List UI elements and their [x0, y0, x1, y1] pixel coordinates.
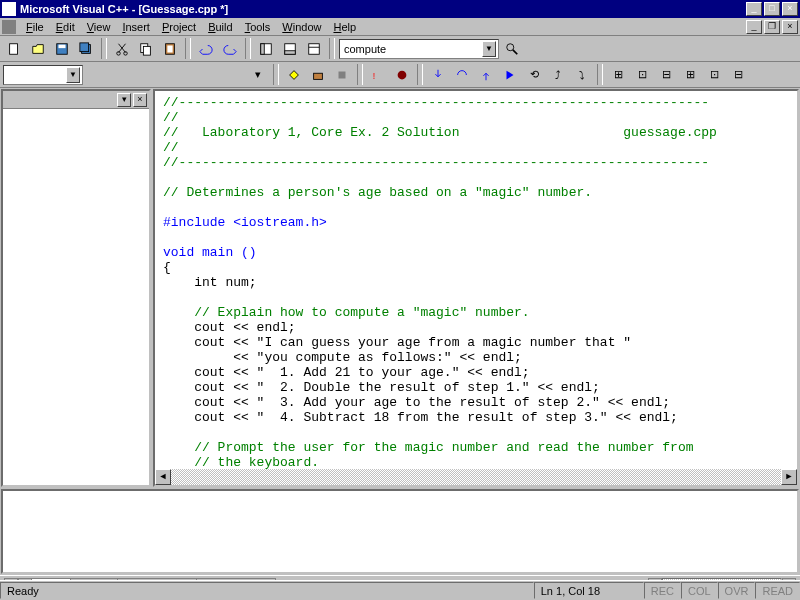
svg-text:!: !	[373, 70, 375, 80]
scroll-left-button[interactable]: ◄	[155, 469, 171, 485]
window-title: Microsoft Visual C++ - [Guessage.cpp *]	[20, 3, 746, 15]
separator	[329, 38, 335, 59]
separator	[597, 64, 603, 85]
svg-rect-0	[10, 43, 18, 54]
status-bar: Ready Ln 1, Col 18 REC COL OVR READ	[0, 580, 800, 600]
workspace: ▾ × //----------------------------------…	[0, 88, 800, 488]
menu-file[interactable]: File	[20, 20, 50, 34]
svg-rect-8	[143, 46, 150, 55]
open-button[interactable]	[27, 38, 49, 59]
status-col: COL	[681, 582, 718, 599]
menu-window[interactable]: Window	[276, 20, 327, 34]
separator	[273, 64, 279, 85]
vars-button[interactable]: ⊡	[631, 64, 653, 85]
svg-rect-19	[314, 73, 323, 79]
minimize-button[interactable]: _	[746, 2, 762, 16]
svg-rect-4	[80, 42, 89, 51]
doc-icon	[2, 20, 16, 34]
scroll-right-button[interactable]: ►	[781, 469, 797, 485]
code-area[interactable]: //--------------------------------------…	[155, 91, 797, 487]
step-into-button[interactable]	[427, 64, 449, 85]
menu-view[interactable]: View	[81, 20, 117, 34]
compile-button[interactable]	[283, 64, 305, 85]
status-ovr: OVR	[718, 582, 756, 599]
output-panel[interactable]	[1, 489, 799, 574]
mdi-restore-button[interactable]: ❐	[764, 20, 780, 34]
workspace-button[interactable]	[255, 38, 277, 59]
separator	[357, 64, 363, 85]
debug2-button[interactable]: ⤴	[547, 64, 569, 85]
menu-help[interactable]: Help	[327, 20, 362, 34]
panel-close-button[interactable]: ×	[133, 93, 147, 107]
build-toolbar: ▼ ▾ ! ⟲ ⤴ ⤵ ⊞ ⊡ ⊟ ⊞ ⊡ ⊟	[0, 62, 800, 88]
svg-rect-14	[285, 50, 296, 54]
menu-insert[interactable]: Insert	[116, 20, 156, 34]
menu-build[interactable]: Build	[202, 20, 238, 34]
status-read: READ	[755, 582, 800, 599]
stop-build-button[interactable]	[331, 64, 353, 85]
panel-dropdown-button[interactable]: ▾	[117, 93, 131, 107]
paste-button[interactable]	[159, 38, 181, 59]
debug3-button[interactable]: ⤵	[571, 64, 593, 85]
title-bar: Microsoft Visual C++ - [Guessage.cpp *] …	[0, 0, 800, 18]
menu-project[interactable]: Project	[156, 20, 202, 34]
mdi-close-button[interactable]: ×	[782, 20, 798, 34]
standard-toolbar: compute ▼	[0, 36, 800, 62]
chevron-down-icon[interactable]: ▼	[482, 41, 496, 57]
status-position: Ln 1, Col 18	[534, 582, 644, 599]
separator	[185, 38, 191, 59]
svg-line-18	[513, 49, 517, 53]
new-button[interactable]	[3, 38, 25, 59]
undo-button[interactable]	[195, 38, 217, 59]
status-ready: Ready	[0, 582, 534, 599]
maximize-button[interactable]: □	[764, 2, 780, 16]
scroll-track[interactable]	[171, 469, 781, 485]
workspace-panel: ▾ ×	[1, 89, 151, 487]
breakpoint-button[interactable]	[391, 64, 413, 85]
find-combo-value: compute	[344, 43, 386, 55]
save-button[interactable]	[51, 38, 73, 59]
build-button[interactable]	[307, 64, 329, 85]
separator	[245, 38, 251, 59]
svg-rect-15	[309, 43, 320, 54]
close-button[interactable]: ×	[782, 2, 798, 16]
mdi-minimize-button[interactable]: _	[746, 20, 762, 34]
watch-button[interactable]: ⊞	[607, 64, 629, 85]
app-icon	[2, 2, 16, 16]
go-button[interactable]: !	[367, 64, 389, 85]
step-out-button[interactable]	[475, 64, 497, 85]
tool-button[interactable]: ▾	[247, 64, 269, 85]
svg-point-17	[507, 43, 514, 50]
config-combo[interactable]: ▼	[3, 65, 83, 85]
svg-rect-10	[167, 45, 172, 52]
save-all-button[interactable]	[75, 38, 97, 59]
find-combo[interactable]: compute ▼	[339, 39, 499, 59]
window-buttons: _ □ ×	[746, 2, 798, 16]
separator	[417, 64, 423, 85]
debug-button[interactable]: ⟲	[523, 64, 545, 85]
code-editor[interactable]: //--------------------------------------…	[153, 89, 799, 487]
stack-button[interactable]: ⊡	[703, 64, 725, 85]
menu-bar: File Edit View Insert Project Build Tool…	[0, 18, 800, 36]
output-button[interactable]	[279, 38, 301, 59]
mdi-buttons: _ ❐ ×	[746, 20, 798, 34]
find-button[interactable]	[501, 38, 523, 59]
menu-tools[interactable]: Tools	[239, 20, 277, 34]
step-over-button[interactable]	[451, 64, 473, 85]
run-cursor-button[interactable]	[499, 64, 521, 85]
disasm-button[interactable]: ⊟	[727, 64, 749, 85]
copy-button[interactable]	[135, 38, 157, 59]
reg-button[interactable]: ⊟	[655, 64, 677, 85]
window-list-button[interactable]	[303, 38, 325, 59]
panel-header: ▾ ×	[3, 91, 149, 109]
svg-rect-12	[261, 43, 265, 54]
separator	[101, 38, 107, 59]
menu-edit[interactable]: Edit	[50, 20, 81, 34]
svg-rect-2	[59, 44, 66, 48]
mem-button[interactable]: ⊞	[679, 64, 701, 85]
chevron-down-icon[interactable]: ▼	[66, 67, 80, 83]
cut-button[interactable]	[111, 38, 133, 59]
svg-point-22	[398, 70, 407, 79]
redo-button[interactable]	[219, 38, 241, 59]
editor-hscroll: ◄ ►	[155, 469, 797, 485]
